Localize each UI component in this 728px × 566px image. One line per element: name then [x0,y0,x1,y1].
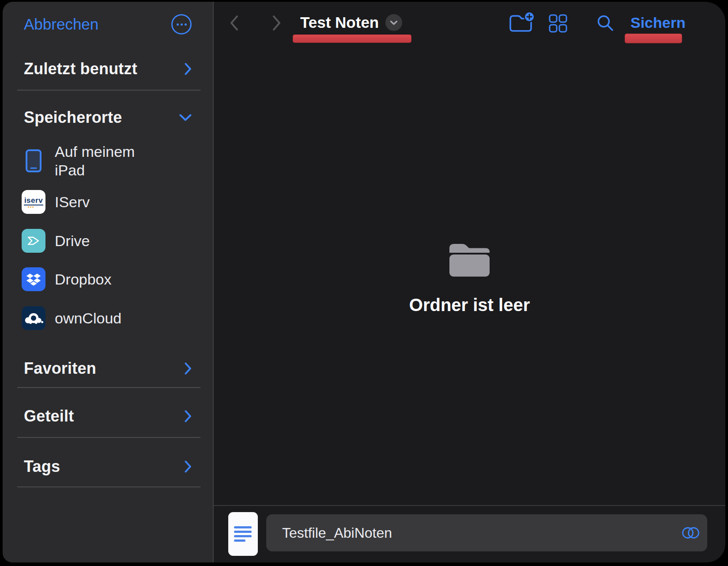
forward-button[interactable] [272,15,281,33]
new-folder-button[interactable] [509,11,534,34]
save-button[interactable]: Sichern [630,14,686,31]
red-marker-underline-save [625,34,682,43]
location-label: Dropbox [55,270,112,289]
folder-icon [447,239,492,277]
red-marker-underline-title [293,34,411,43]
document-thumbnail-icon [228,512,258,556]
main-panel: Test Noten [214,2,725,562]
shared-label: Geteilt [24,407,74,425]
locations-label: Speicherorte [24,108,122,127]
chevron-down-icon [179,114,192,122]
filename-input[interactable] [266,514,681,551]
favorites-label: Favoriten [24,359,96,378]
iserv-logo-text: iserv [24,197,43,205]
cancel-button[interactable]: Abbrechen [24,15,98,33]
dropbox-app-icon [22,267,45,291]
save-file-sheet: Abbrechen Zuletzt benutzt Speicherorte [3,2,725,562]
location-label: Auf meinem iPad [55,142,147,179]
sidebar-item-shared[interactable]: Geteilt [24,406,192,427]
back-button[interactable] [230,15,239,33]
divider [17,437,200,438]
recents-label: Zuletzt benutzt [24,60,137,78]
chevron-right-icon [185,410,192,422]
divider [17,90,200,91]
view-options-grid-button[interactable] [549,14,567,34]
divider [17,486,200,487]
sidebar-item-favorites[interactable]: Favoriten [24,358,192,379]
empty-folder-label: Ordner ist leer [409,295,530,315]
sidebar-item-recents[interactable]: Zuletzt benutzt [24,58,192,80]
folder-title-dropdown[interactable]: Test Noten [300,14,402,31]
overlapping-circles-icon[interactable] [681,525,701,540]
chevron-right-icon [185,362,192,375]
empty-folder-state: Ordner ist leer [214,239,725,315]
title-chevron-down-icon[interactable] [385,14,402,31]
sidebar-item-dropbox[interactable]: Dropbox [22,267,195,292]
more-options-icon[interactable] [171,14,192,34]
location-label: ownCloud [55,309,121,327]
page-title: Test Noten [300,14,379,31]
tags-label: Tags [24,457,60,476]
owncloud-app-icon [22,306,45,330]
search-icon[interactable] [596,14,615,34]
ipad-icon [26,149,41,172]
sidebar: Abbrechen Zuletzt benutzt Speicherorte [3,2,213,562]
footer-divider [214,505,725,506]
chevron-right-icon [185,63,192,75]
sidebar-item-owncloud[interactable]: ownCloud [22,306,195,330]
location-label: IServ [55,193,90,211]
location-label: Drive [55,232,90,250]
divider [17,387,200,388]
sidebar-section-locations[interactable]: Speicherorte [24,107,192,128]
filename-field [266,514,707,551]
screen-background: Abbrechen Zuletzt benutzt Speicherorte [0,0,728,566]
synology-drive-app-icon [22,229,45,253]
sidebar-item-on-my-ipad[interactable]: Auf meinem iPad [22,140,195,182]
iserv-app-icon: iserv [22,190,45,214]
sidebar-item-tags[interactable]: Tags [24,456,192,477]
sidebar-item-iserv[interactable]: iserv IServ [22,190,195,214]
chevron-right-icon [185,460,192,473]
sidebar-item-drive[interactable]: Drive [22,228,195,253]
